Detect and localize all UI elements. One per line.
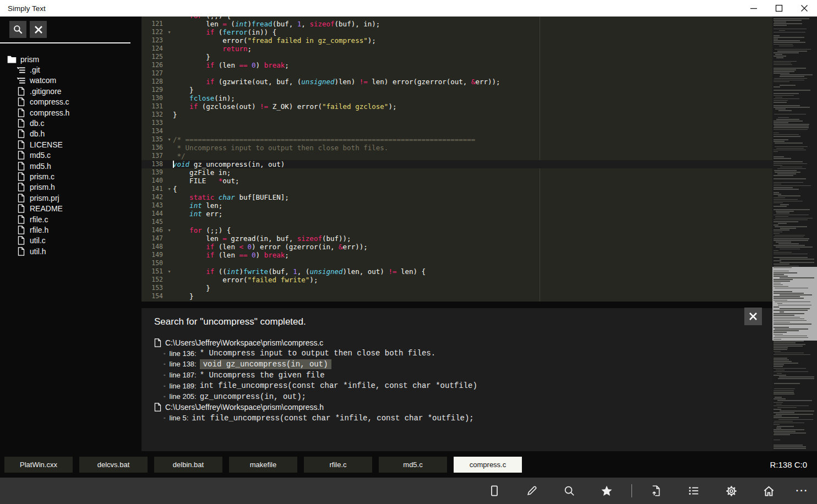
more-button[interactable]: ··· <box>787 478 817 504</box>
code-line[interactable]: 147 len = gzread(in, buf, sizeof(buf)); <box>141 234 772 243</box>
tab-makefile[interactable]: makefile <box>229 457 297 473</box>
tree-item-prism[interactable]: prism <box>0 54 130 64</box>
code-line[interactable]: 146▾ for (;;) { <box>141 226 772 234</box>
code-line[interactable]: 136 * Uncompress input to output then cl… <box>141 144 772 152</box>
fold-marker-icon[interactable]: ▾ <box>166 28 173 36</box>
code-line[interactable]: 139 gzFile in; <box>141 168 772 177</box>
code-line[interactable]: 125 } <box>141 53 772 61</box>
tree-item-rfile-h[interactable]: rfile.h <box>0 224 130 235</box>
tab-md5-c[interactable]: md5.c <box>379 457 447 473</box>
code-line[interactable]: 151▾ if ((int)fwrite(buf, 1, (unsigned)l… <box>141 267 772 276</box>
code-line[interactable]: 137 */ <box>141 152 772 160</box>
code-line[interactable]: 154 } <box>141 292 772 300</box>
tree-item-md5-h[interactable]: md5.h <box>0 161 130 171</box>
result-file-row[interactable]: C:\Users\Jeffrey\Workspace\prism\compres… <box>154 337 772 348</box>
file-icon <box>17 204 26 213</box>
tree-item-prism-prj[interactable]: prism.prj <box>0 193 130 203</box>
file-icon <box>17 87 26 96</box>
search-panel-close-button[interactable] <box>744 308 762 325</box>
code-line[interactable]: 123 error("fread failed in gz_compress")… <box>141 36 772 45</box>
result-match-row[interactable]: ◦line 187:* Uncompress the given file <box>154 370 772 381</box>
tab-platwin-cxx[interactable]: PlatWin.cxx <box>4 457 73 473</box>
minimap-line <box>774 238 809 239</box>
code-line[interactable]: 135▾/* =================================… <box>141 135 772 144</box>
code-line-current[interactable]: 138void gz_uncompress(in, out) <box>141 160 772 168</box>
tab-delbin-bat[interactable]: delbin.bat <box>154 457 222 473</box>
tree-item-prism-h[interactable]: prism.h <box>0 182 130 193</box>
tree-item-db-h[interactable]: db.h <box>0 129 130 139</box>
fold-marker-icon[interactable]: ▾ <box>166 185 173 193</box>
minimap-line <box>774 313 804 314</box>
tree-item-license[interactable]: LICENSE <box>0 139 130 150</box>
tree-item-compress-c[interactable]: compress.c <box>0 97 130 107</box>
code-line[interactable]: 129 } <box>141 86 772 94</box>
pencil-button[interactable] <box>513 478 551 504</box>
code-line[interactable]: 122▾ if (ferror(in)) { <box>141 28 772 36</box>
sidebar-close-button[interactable] <box>30 21 47 38</box>
star-button[interactable] <box>588 478 625 504</box>
fold-gutter <box>166 292 173 300</box>
tree-item-db-c[interactable]: db.c <box>0 118 130 128</box>
tree-item-prism-c[interactable]: prism.c <box>0 171 130 182</box>
export-button[interactable] <box>638 478 675 504</box>
result-match-row[interactable]: ◦line 189:int file_uncompress(const char… <box>154 380 772 391</box>
result-match-row[interactable]: ◦line 138:void gz_uncompress(in, out) <box>154 359 772 370</box>
result-match-row[interactable]: ◦line 205:gz_uncompress(in, out); <box>154 391 772 402</box>
close-button[interactable] <box>792 0 817 17</box>
sidebar-search-button[interactable] <box>9 21 26 38</box>
code-line[interactable]: 143 int len; <box>141 201 772 210</box>
code-line[interactable]: 133 <box>141 119 772 127</box>
tree-item-watcom[interactable]: watcom <box>0 75 130 86</box>
page-button[interactable] <box>476 478 513 504</box>
gear-button[interactable] <box>712 478 750 504</box>
tab-rfile-c[interactable]: rfile.c <box>304 457 372 473</box>
tree-item-util-h[interactable]: util.h <box>0 246 130 256</box>
maximize-button[interactable] <box>766 0 792 17</box>
code-line[interactable]: 126 if (len == 0) break; <box>141 61 772 69</box>
code-line[interactable]: 142 static char buf[BUFLEN]; <box>141 193 772 201</box>
list-button[interactable] <box>675 478 712 504</box>
fold-gutter <box>166 119 173 127</box>
result-file-row[interactable]: C:\Users\Jeffrey\Workspace\prism\compres… <box>154 402 772 413</box>
code-line[interactable]: 152 error("failed fwrite"); <box>141 276 772 284</box>
code-line[interactable]: 148 if (len < 0) error (gzerror(in, &err… <box>141 243 772 251</box>
minimize-button[interactable] <box>741 0 766 17</box>
code-line[interactable]: 130 fclose(in); <box>141 94 772 102</box>
tree-item--gitignore[interactable]: .gitignore <box>0 86 130 96</box>
tree-item--git[interactable]: .git <box>0 64 130 75</box>
home-button[interactable] <box>750 478 787 504</box>
search-button[interactable] <box>551 478 588 504</box>
file-icon <box>154 338 161 347</box>
code-line[interactable]: 140 FILE *out; <box>141 177 772 185</box>
fold-marker-icon[interactable]: ▾ <box>166 267 173 276</box>
code-line[interactable]: 141▾{ <box>141 185 772 193</box>
code-line[interactable]: 145 <box>141 218 772 226</box>
code-line[interactable]: 149 if (len == 0) break; <box>141 251 772 259</box>
tree-item-compress-h[interactable]: compress.h <box>0 107 130 118</box>
code-line[interactable]: 144 int err; <box>141 210 772 218</box>
code-line[interactable]: 150 <box>141 259 772 267</box>
code-line[interactable]: 127 <box>141 69 772 78</box>
code-line[interactable]: 132} <box>141 111 772 119</box>
code-line[interactable]: 124 return; <box>141 45 772 53</box>
tree-item-readme[interactable]: README <box>0 203 130 213</box>
code-line[interactable]: 134 <box>141 127 772 135</box>
fold-marker-icon[interactable]: ▾ <box>166 226 173 234</box>
result-match-row[interactable]: ◦line 5:int file_uncompress(const char *… <box>154 413 772 424</box>
result-match-row[interactable]: ◦line 136:* Uncompress input to output t… <box>154 348 772 359</box>
code-line[interactable]: 128 if (gzwrite(out, buf, (unsigned)len)… <box>141 78 772 86</box>
minimap-line <box>775 54 782 55</box>
tree-item-util-c[interactable]: util.c <box>0 235 130 246</box>
code-editor[interactable]: for (;;) {121 len = (int)fread(buf, 1, s… <box>141 17 772 302</box>
minimap[interactable] <box>772 17 817 451</box>
minimap-line <box>774 392 794 393</box>
code-line[interactable]: 153 } <box>141 284 772 292</box>
gear-icon <box>725 485 738 497</box>
tree-item-rfile-c[interactable]: rfile.c <box>0 214 130 224</box>
fold-marker-icon[interactable]: ▾ <box>166 135 173 144</box>
code-line[interactable]: 121 len = (int)fread(buf, 1, sizeof(buf)… <box>141 20 772 28</box>
tab-delcvs-bat[interactable]: delcvs.bat <box>79 457 148 473</box>
code-line[interactable]: 131 if (gzclose(out) != Z_OK) error("fai… <box>141 102 772 111</box>
tree-item-md5-c[interactable]: md5.c <box>0 150 130 161</box>
tab-compress-c[interactable]: compress.c <box>454 457 522 473</box>
